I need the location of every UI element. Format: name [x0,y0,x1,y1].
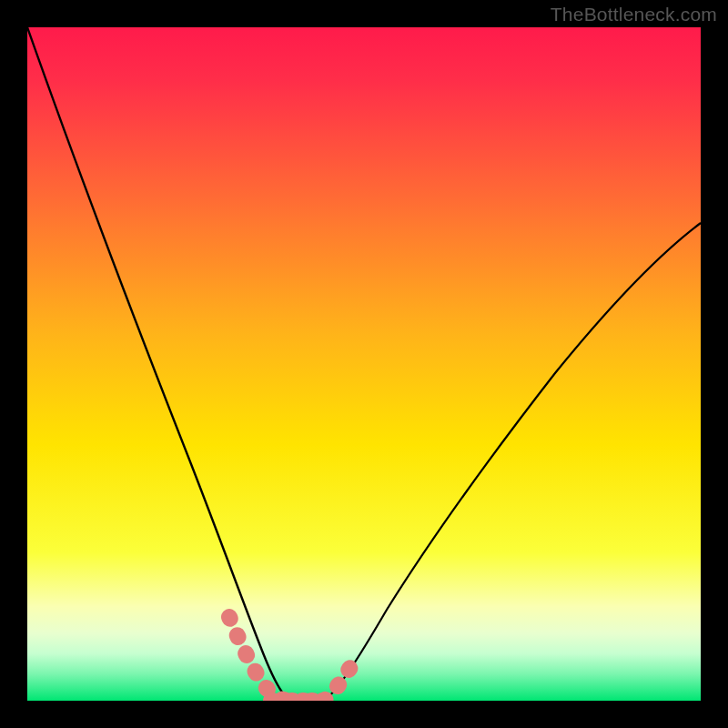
chart-frame: TheBottleneck.com [0,0,728,728]
watermark-text: TheBottleneck.com [551,4,717,25]
plot-area [27,27,701,701]
highlight-right [324,657,357,701]
curve-layer [27,27,701,701]
left-curve [27,27,291,701]
right-curve [324,223,701,701]
highlight-left [229,617,324,701]
